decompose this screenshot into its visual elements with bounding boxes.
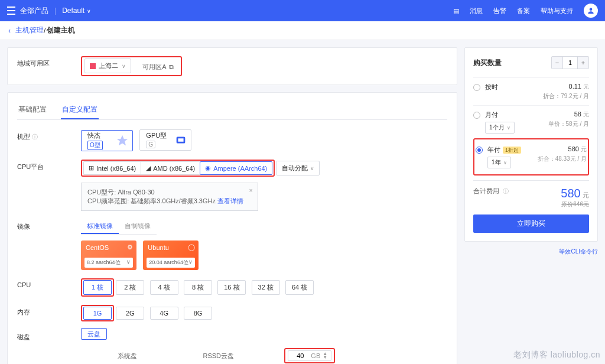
pay-hourly[interactable]: 按时 0.11 元 折合：79.2元 / 月	[473, 77, 589, 105]
cpu-opt-8[interactable]: 8 核	[184, 280, 212, 295]
cpu-opt-1[interactable]: 1 核	[83, 280, 112, 295]
discount-badge: 1折起	[503, 147, 521, 154]
back-button[interactable]: ‹	[8, 27, 11, 35]
tab-custom-config[interactable]: 自定义配置	[61, 101, 99, 119]
memory-label: 内存	[17, 305, 81, 317]
mem-opt-8g[interactable]: 8G	[184, 307, 212, 320]
breadcrumb-parent[interactable]: 主机管理	[15, 25, 44, 35]
mem-opt-4g[interactable]: 4G	[150, 307, 178, 320]
mem-opt-2g[interactable]: 2G	[116, 307, 144, 320]
copy-icon[interactable]: ⧉	[169, 63, 174, 71]
qty-label: 购买数量	[473, 58, 502, 68]
machine-type-label: 机型ⓘ	[17, 129, 81, 141]
pay-yearly[interactable]: 年付1折起 1年∨ 580 元 折合：48.33元 / 月	[476, 141, 587, 173]
cpu-opt-4[interactable]: 4 核	[150, 280, 178, 295]
radio-icon	[473, 84, 480, 91]
month-duration-select[interactable]: 1个月∨	[485, 122, 515, 134]
image-label: 镜像	[17, 219, 81, 231]
region-flag-icon	[90, 63, 96, 69]
os-centos[interactable]: ⚙ CentOS 8.2 aarch64位∨	[81, 240, 136, 270]
info-icon[interactable]: ⓘ	[32, 134, 38, 140]
gear-icon: ⚙	[127, 243, 133, 251]
nav-alerts[interactable]: 告警	[493, 6, 506, 15]
plat-intel[interactable]: ⊞Intel (x86_64)	[83, 161, 141, 175]
project-dropdown[interactable]: Default ∨	[62, 6, 90, 15]
original-price: 原价646元	[561, 200, 589, 209]
cpu-platform-label: CPU平台	[17, 160, 81, 171]
region-label: 地域可用区	[17, 56, 81, 68]
machine-card-fast[interactable]: 快杰 O型	[81, 130, 133, 151]
all-products-link[interactable]: 全部产品	[20, 6, 48, 16]
disk-size-input[interactable]: GB ▲▼	[288, 350, 331, 361]
disk-col-system: 系统盘	[82, 344, 173, 364]
qty-input[interactable]	[562, 57, 578, 69]
disk-step-down[interactable]: ▼	[323, 356, 327, 359]
pay-monthly[interactable]: 月付 1个月∨ 58 元 单价：58元 / 月	[473, 105, 589, 138]
plat-ampere[interactable]: ◉Ampere (AArch64)	[200, 161, 272, 175]
radio-icon	[473, 112, 480, 119]
mem-opt-1g[interactable]: 1G	[83, 307, 112, 320]
year-duration-select[interactable]: 1年∨	[487, 157, 511, 168]
os-ubuntu[interactable]: ◯ Ubuntu 20.04 aarch64位∨	[143, 240, 199, 270]
plat-amd[interactable]: ◢AMD (x86_64)	[141, 161, 200, 175]
menu-icon[interactable]	[7, 6, 15, 15]
gpu-icon	[174, 134, 187, 147]
ubuntu-icon: ◯	[188, 243, 195, 251]
nav-messages[interactable]: 消息	[470, 6, 483, 15]
close-icon[interactable]: ×	[249, 187, 253, 194]
cpu-opt-16[interactable]: 16 核	[217, 280, 246, 295]
nav-record[interactable]: 备案	[517, 6, 530, 15]
info-icon[interactable]: ⓘ	[503, 188, 509, 194]
nav-icon[interactable]: ▤	[453, 7, 459, 15]
disk-col-type: RSSD云盘	[174, 344, 264, 364]
user-avatar[interactable]	[584, 4, 598, 18]
svg-point-0	[590, 8, 593, 11]
plat-auto[interactable]: 自动分配∨	[277, 161, 320, 176]
cpu-opt-64[interactable]: 64 核	[285, 280, 314, 295]
cpu-detail-link[interactable]: 查看详情	[217, 197, 243, 204]
image-tab-standard[interactable]: 标准镜像	[81, 219, 119, 234]
region-dropdown[interactable]: 上海二 ∨	[84, 58, 131, 73]
machine-card-gpu[interactable]: GPU型 G	[139, 129, 191, 151]
disk-type-tab[interactable]: 云盘	[81, 328, 107, 340]
disk-size-value[interactable]	[292, 352, 308, 359]
purchase-sidebar: 购买数量 − + 按时 0.11 元 折合：79.2元 / 月 月付 1个月∨	[464, 47, 598, 242]
top-bar: 全部产品 | Default ∨ ▤ 消息 告警 备案 帮助与支持	[0, 0, 605, 21]
nav-help[interactable]: 帮助与支持	[541, 6, 573, 15]
svg-rect-2	[178, 138, 184, 142]
cpu-opt-2[interactable]: 2 核	[116, 280, 144, 295]
qty-plus[interactable]: +	[578, 57, 588, 69]
config-tabs: 基础配置 自定义配置	[17, 101, 447, 120]
cli-link[interactable]: 等效CLI命令行	[464, 248, 598, 256]
region-panel: 地域可用区 上海二 ∨ 可用区A ⧉	[7, 47, 457, 85]
cpu-opt-32[interactable]: 32 核	[252, 280, 280, 295]
disk-table: 系统盘 RSSD云盘 GB ▲▼	[81, 343, 447, 364]
cpu-label: CPU	[17, 278, 81, 288]
cpu-info-box: × CPU型号: Altra Q80-30 CPU频率范围: 基础频率3.0GH…	[81, 183, 258, 211]
qty-minus[interactable]: −	[552, 57, 562, 69]
fast-icon	[116, 134, 129, 147]
image-tab-custom[interactable]: 自制镜像	[119, 219, 157, 234]
breadcrumb: ‹ 主机管理 / 创建主机	[0, 21, 605, 40]
total-price: 580	[561, 187, 580, 200]
disk-label: 磁盘	[17, 330, 81, 342]
zone-tab[interactable]: 可用区A ⧉	[138, 60, 178, 74]
radio-icon	[476, 147, 483, 154]
config-panel: 基础配置 自定义配置 机型ⓘ 快杰 O型 GPU型 G CPU平台	[7, 92, 457, 365]
breadcrumb-current: 创建主机	[47, 25, 75, 35]
tab-basic-config[interactable]: 基础配置	[17, 101, 48, 119]
buy-button[interactable]: 立即购买	[473, 214, 589, 233]
